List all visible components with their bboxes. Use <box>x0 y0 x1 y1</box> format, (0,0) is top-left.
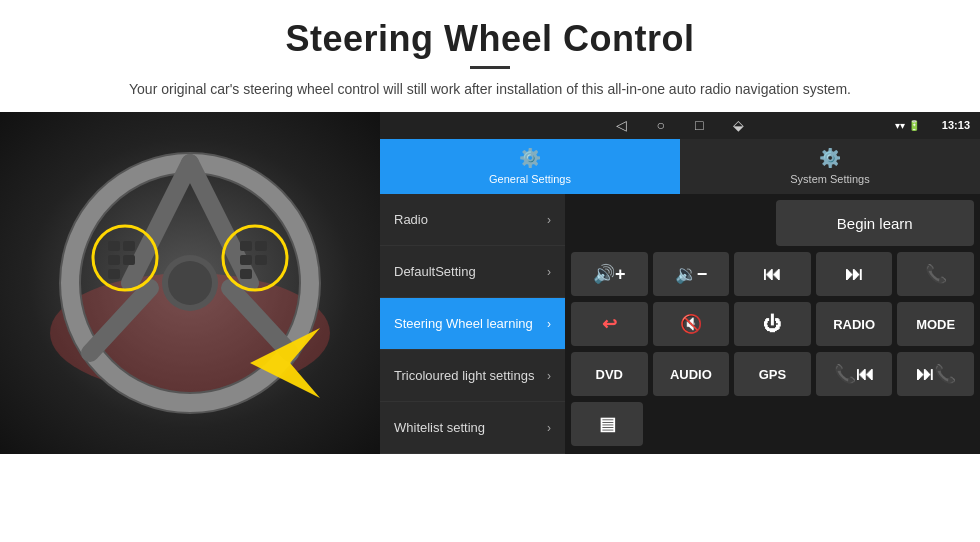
vol-up-button[interactable]: 🔊+ <box>571 252 648 296</box>
menu-item-tricoloured[interactable]: Tricoloured light settings › <box>380 350 565 402</box>
menu-item-whitelist[interactable]: Whitelist setting › <box>380 402 565 454</box>
control-row-2: ↩ 🔇 ⏻ RADIO MODE <box>571 302 974 346</box>
signal-icons: ▾▾ 🔋 <box>895 120 920 131</box>
phone-prev-icon: 📞⏮ <box>834 363 874 385</box>
title-divider <box>470 66 510 69</box>
bottom-area: Radio › DefaultSetting › Steering Wheel … <box>380 194 980 454</box>
phone-prev-button[interactable]: 📞⏮ <box>816 352 893 396</box>
svg-point-8 <box>168 261 212 305</box>
menu-item-defaultsetting[interactable]: DefaultSetting › <box>380 246 565 298</box>
begin-learn-button[interactable]: Begin learn <box>776 200 975 246</box>
next-track-button[interactable]: ⏭ <box>816 252 893 296</box>
gps-label: GPS <box>759 367 786 382</box>
phone-next-icon: ⏭📞 <box>916 363 956 385</box>
screenshot-nav-icon[interactable]: ⬙ <box>733 117 744 133</box>
vol-down-button[interactable]: 🔉− <box>653 252 730 296</box>
svg-rect-13 <box>108 255 120 265</box>
tab-general-settings[interactable]: ⚙️ General Settings <box>380 139 680 194</box>
back-nav-icon[interactable]: ◁ <box>616 117 627 133</box>
gps-button[interactable]: GPS <box>734 352 811 396</box>
mode-button[interactable]: MODE <box>897 302 974 346</box>
dvd-button[interactable]: DVD <box>571 352 648 396</box>
next-track-icon: ⏭ <box>845 264 863 285</box>
svg-rect-12 <box>123 241 135 251</box>
home-nav-icon[interactable]: ○ <box>657 117 665 133</box>
prev-track-icon: ⏮ <box>763 264 781 285</box>
menu-steering-label: Steering Wheel learning <box>394 316 533 332</box>
radio-button[interactable]: RADIO <box>816 302 893 346</box>
tab-system-label: System Settings <box>790 173 869 185</box>
svg-rect-11 <box>108 241 120 251</box>
tab-bar: ⚙️ General Settings ⚙️ System Settings <box>380 139 980 194</box>
mute-button[interactable]: 🔇 <box>653 302 730 346</box>
car-image-area <box>0 112 380 454</box>
begin-learn-row: Begin learn <box>571 200 974 246</box>
general-settings-icon: ⚙️ <box>519 147 541 169</box>
control-row-1: 🔊+ 🔉− ⏮ ⏭ 📞 <box>571 252 974 296</box>
eq-icon: ▤ <box>599 413 616 435</box>
svg-rect-15 <box>108 269 120 279</box>
hang-up-icon: ↩ <box>602 313 617 335</box>
svg-rect-19 <box>255 255 267 265</box>
page-title: Steering Wheel Control <box>20 18 960 60</box>
menu-item-steering[interactable]: Steering Wheel learning › <box>380 298 565 350</box>
chevron-right-icon: › <box>547 317 551 331</box>
svg-rect-18 <box>240 255 252 265</box>
mode-label: MODE <box>916 317 955 332</box>
status-time: 13:13 <box>942 119 970 131</box>
svg-rect-20 <box>240 269 252 279</box>
chevron-right-icon: › <box>547 421 551 435</box>
empty-box <box>571 200 770 246</box>
phone-next-button[interactable]: ⏭📞 <box>897 352 974 396</box>
page-subtitle: Your original car's steering wheel contr… <box>20 79 960 100</box>
menu-radio-label: Radio <box>394 212 428 228</box>
power-icon: ⏻ <box>763 314 781 335</box>
hang-up-button[interactable]: ↩ <box>571 302 648 346</box>
audio-button[interactable]: AUDIO <box>653 352 730 396</box>
eq-button[interactable]: ▤ <box>571 402 643 446</box>
audio-label: AUDIO <box>670 367 712 382</box>
nav-bar: ◁ ○ □ ⬙ 13:13 ▾▾ 🔋 <box>380 112 980 139</box>
tab-general-label: General Settings <box>489 173 571 185</box>
car-image <box>0 112 380 454</box>
radio-label: RADIO <box>833 317 875 332</box>
recent-nav-icon[interactable]: □ <box>695 117 703 133</box>
dvd-label: DVD <box>596 367 623 382</box>
main-content: ◁ ○ □ ⬙ 13:13 ▾▾ 🔋 ⚙️ General Settings ⚙… <box>0 112 980 454</box>
vol-up-icon: 🔊+ <box>593 263 626 285</box>
prev-track-button[interactable]: ⏮ <box>734 252 811 296</box>
chevron-right-icon: › <box>547 265 551 279</box>
chevron-right-icon: › <box>547 213 551 227</box>
menu-item-radio[interactable]: Radio › <box>380 194 565 246</box>
menu-list: Radio › DefaultSetting › Steering Wheel … <box>380 194 565 454</box>
menu-whitelist-label: Whitelist setting <box>394 420 485 436</box>
control-row-4: ▤ <box>571 402 974 446</box>
android-ui: ◁ ○ □ ⬙ 13:13 ▾▾ 🔋 ⚙️ General Settings ⚙… <box>380 112 980 454</box>
chevron-right-icon: › <box>547 369 551 383</box>
svg-rect-16 <box>240 241 252 251</box>
tab-system-settings[interactable]: ⚙️ System Settings <box>680 139 980 194</box>
mute-icon: 🔇 <box>680 313 702 335</box>
phone-button[interactable]: 📞 <box>897 252 974 296</box>
menu-tricoloured-label: Tricoloured light settings <box>394 368 534 384</box>
phone-icon: 📞 <box>925 263 947 285</box>
page-header: Steering Wheel Control Your original car… <box>0 0 980 112</box>
control-row-3: DVD AUDIO GPS 📞⏮ ⏭📞 <box>571 352 974 396</box>
vol-down-icon: 🔉− <box>675 263 708 285</box>
svg-rect-17 <box>255 241 267 251</box>
system-settings-icon: ⚙️ <box>819 147 841 169</box>
power-button[interactable]: ⏻ <box>734 302 811 346</box>
steering-wheel-image <box>30 133 350 433</box>
menu-default-label: DefaultSetting <box>394 264 476 280</box>
svg-rect-14 <box>123 255 135 265</box>
controls-area: Begin learn 🔊+ 🔉− ⏮ ⏭ <box>565 194 980 454</box>
